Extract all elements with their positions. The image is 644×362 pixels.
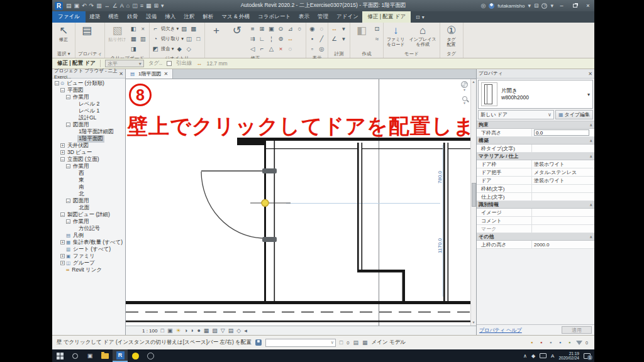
steering-wheel-icon[interactable]: ▾ [460, 81, 469, 95]
temp-dimension-value[interactable]: 780.0 [437, 170, 443, 184]
redo-icon[interactable]: ↷ [89, 3, 94, 9]
modify-panel-dropdown[interactable]: ⊡▾ [411, 11, 430, 23]
modify-cursor-button[interactable]: ↖修正 [54, 24, 73, 43]
touch-keyboard-icon[interactable]: ⋯ [540, 353, 547, 358]
scroll-down-icon[interactable]: ▼ [471, 320, 476, 326]
move-big-button[interactable]: + [207, 24, 226, 38]
tab-表示[interactable]: 表示 [295, 11, 314, 23]
view-tab-close-icon[interactable]: ✕ [164, 71, 169, 77]
tree-item-設計GL[interactable]: 設計GL [52, 114, 125, 121]
tree-item-平面図[interactable]: –平面図 [52, 87, 125, 94]
tree-item-北面[interactable]: 北面 [52, 204, 125, 211]
revit-taskbar-button[interactable]: R [113, 349, 128, 362]
tree-item-立面図 (立面)[interactable]: –立面図 (立面) [52, 156, 125, 163]
workset-dropdown[interactable]: ∨ [265, 339, 336, 347]
join-icon[interactable]: ◩ [152, 45, 160, 53]
collapse-box-icon[interactable]: – [66, 123, 70, 127]
default-3d-view-icon[interactable]: ⌂ [126, 3, 130, 9]
tool-label[interactable]: 切り取り ▾ [161, 36, 184, 42]
tab-解析[interactable]: 解析 [199, 11, 218, 23]
clock[interactable]: 21:19 2020/02/24 [558, 351, 579, 361]
expand-box-icon[interactable]: + [60, 150, 65, 155]
tree-item-3D ビュー[interactable]: +3D ビュー [52, 149, 125, 156]
temporary-properties-icon[interactable]: ▧ [212, 327, 218, 334]
tab-contextual-modify-place-door[interactable]: 修正 | 配置 ドア [362, 11, 411, 23]
worksets-icon[interactable] [255, 339, 262, 346]
properties-icon[interactable]: ▤ [82, 25, 92, 37]
trim-corner-icon[interactable]: ∟ [258, 35, 266, 43]
move-big-icon[interactable]: + [213, 25, 219, 37]
tree-item-グループ[interactable]: +◫グループ [52, 260, 125, 266]
tab-建築[interactable]: 建築 [86, 11, 104, 23]
cut-geometry-icon[interactable]: ◔ [152, 35, 160, 43]
unpin-icon[interactable]: ⊚ [277, 35, 285, 43]
temporary-hide-icon[interactable]: ◗ [191, 327, 194, 334]
hide-element-icon[interactable]: ◌ [318, 25, 326, 33]
links-select-toggle-icon[interactable]: ▪ [528, 339, 535, 346]
tree-item-ファミリ[interactable]: +▣ファミリ [52, 253, 125, 260]
override-graphics-icon[interactable]: ▪ [308, 35, 316, 43]
pin-icon[interactable]: ⊙ [277, 25, 285, 33]
tree-item-南[interactable]: 南 [52, 184, 125, 190]
editable-only-icon[interactable]: □ [340, 339, 343, 346]
drawing-area[interactable]: 780.0 1170.0 8 壁上でクリックしてドアを配置します ▾ ▾ ▲ ▼ [126, 79, 476, 326]
property-value[interactable] [532, 209, 594, 216]
bulb-small-icon[interactable]: ○ [296, 25, 304, 33]
tree-item-方位記号[interactable]: 方位記号 [52, 225, 125, 232]
tree-item-1階平面図[interactable]: 1階平面図 [52, 135, 125, 142]
property-value[interactable] [532, 129, 594, 136]
save-icon[interactable]: ▣ [74, 3, 80, 9]
crop-view-icon[interactable]: □ [160, 327, 164, 334]
tree-item-ビュー (分類順)[interactable]: –⊙ビュー (分類順) [52, 80, 125, 87]
property-value[interactable]: メタル-ステンレス [532, 168, 594, 176]
property-value[interactable] [532, 225, 594, 233]
tree-item-シート (すべて)[interactable]: ▥シート (すべて) [52, 246, 125, 253]
temp-dimension-value[interactable]: 1170.0 [437, 238, 443, 253]
orientation-dropdown[interactable]: 水平▾ [105, 60, 144, 67]
properties-help-link[interactable]: プロパティ ヘルプ [479, 327, 522, 334]
tree-item-Revit リンク[interactable]: ∞Revit リンク [52, 266, 125, 273]
yellow-app-button[interactable] [128, 349, 143, 362]
detail-level-icon[interactable]: ▤ [228, 327, 234, 334]
tag-placement-icon[interactable]: ① [447, 25, 456, 37]
create-similar-icon[interactable]: ⊡ [373, 25, 381, 33]
tray-app-icon[interactable]: ◆ [531, 353, 535, 359]
demolish-icon[interactable]: ▨ [180, 25, 188, 33]
app-store-icon[interactable]: ⊟ [534, 3, 539, 9]
collapse-box-icon[interactable]: – [60, 157, 65, 162]
switch-windows-icon[interactable]: ⊞ [153, 3, 158, 9]
zoom-tool-icon[interactable]: ▾ [460, 96, 469, 110]
expand-box-icon[interactable]: + [60, 143, 65, 148]
expand-box-icon[interactable]: + [60, 261, 65, 265]
tree-item-凡例[interactable]: ▤凡例 [52, 232, 125, 239]
design-option-dropdown[interactable]: メイン モデル [371, 339, 406, 346]
rotate-big-button[interactable]: ↺ [228, 24, 247, 38]
property-value[interactable]: 塗装ホワイト [532, 177, 594, 184]
open-icon[interactable]: ▤ [66, 3, 72, 9]
text-icon[interactable]: A [120, 3, 124, 9]
tab-コラボレート[interactable]: コラボレート [254, 11, 295, 23]
property-value[interactable]: 塗装ホワイト [532, 160, 594, 168]
obs-button[interactable] [143, 349, 158, 362]
username[interactable]: futakamisho [497, 3, 525, 9]
leader-checkbox[interactable] [167, 61, 172, 66]
revit-logo-icon[interactable]: R [55, 2, 63, 10]
search-binoculars-icon[interactable]: ◎ [480, 3, 486, 9]
properties-button[interactable]: ▤ [77, 24, 96, 38]
placement-cursor[interactable] [262, 200, 269, 207]
reveal-icon[interactable]: ◎ [318, 45, 326, 53]
tree-item-レベル 1[interactable]: レベル 1 [52, 107, 125, 114]
measure-small-icon[interactable]: ↔ [286, 35, 294, 43]
restore-button[interactable] [570, 1, 580, 10]
tool-label[interactable]: 接合 ▾ [161, 46, 174, 52]
array-icon[interactable]: ⊞ [258, 25, 266, 33]
aligned-dimension-icon[interactable]: ∠ [113, 3, 118, 9]
view-tab-active[interactable]: ▤ 1階平面図 ✕ [126, 69, 173, 79]
tab-file[interactable]: ファイル [52, 11, 86, 23]
create-group-button[interactable]: ◧ [352, 24, 371, 38]
tree-item-1階平面詳細図[interactable]: 1階平面詳細図 [52, 128, 125, 135]
property-value[interactable] [532, 217, 594, 224]
help-caret-icon[interactable]: ▾ [550, 3, 553, 9]
attach-icon[interactable]: ▩ [189, 25, 197, 33]
user-caret-icon[interactable]: ▾ [528, 3, 531, 9]
